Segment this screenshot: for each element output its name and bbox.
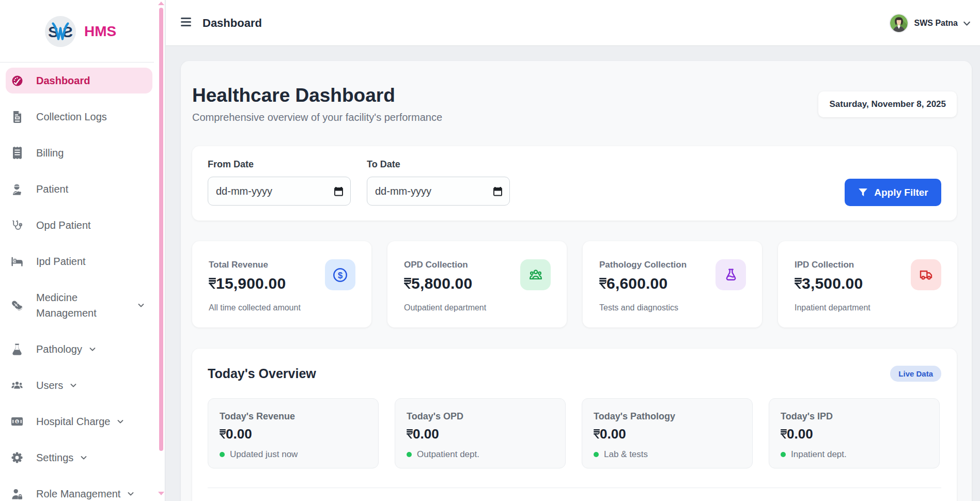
svg-text:$: $ xyxy=(338,270,343,279)
svg-text:$: $ xyxy=(16,419,19,424)
